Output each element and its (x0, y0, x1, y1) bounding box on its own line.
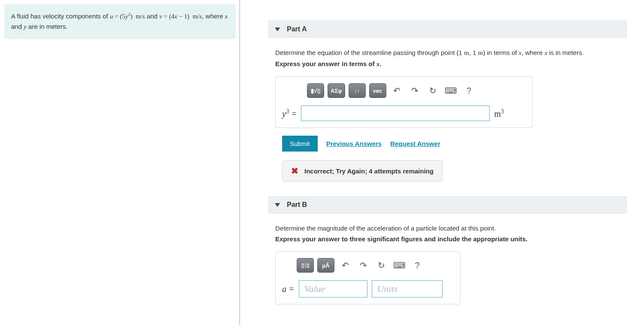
submit-button[interactable]: Submit (282, 136, 318, 152)
units-menu-button[interactable]: μÅ (317, 258, 334, 273)
part-a-answer-input[interactable] (301, 106, 490, 121)
part-b-units-input[interactable]: Units (372, 280, 442, 298)
keyboard-icon[interactable]: ⌨ (444, 84, 458, 97)
part-a-instruction: Determine the equation of the streamline… (275, 49, 626, 57)
reset-icon[interactable]: ↻ (426, 84, 440, 97)
keyboard-icon[interactable]: ⌨ (392, 259, 406, 272)
part-b-toolbar: ▯▯ μÅ ↶ ↷ ↻ ⌨ ? (297, 258, 454, 273)
chevron-down-icon (275, 203, 280, 207)
request-answer-link[interactable]: Request Answer (390, 140, 440, 147)
part-a-answer-panel: ▮√▯ ΑΣφ ↓↑ vec ↶ ↷ ↻ ⌨ ? y3 = m3 (275, 76, 533, 128)
part-a-unit: m3 (494, 108, 504, 119)
feedback-box: ✖ Incorrect; Try Again; 4 attempts remai… (282, 160, 442, 182)
help-icon[interactable]: ? (462, 84, 476, 97)
part-a-header[interactable]: Part A (268, 21, 627, 38)
subsup-button[interactable]: ↓↑ (349, 83, 366, 98)
vector-button[interactable]: vec (369, 83, 386, 98)
redo-icon[interactable]: ↷ (356, 259, 370, 272)
part-b-answer-panel: ▯▯ μÅ ↶ ↷ ↻ ⌨ ? a = Value Units (275, 251, 460, 304)
help-icon[interactable]: ? (410, 259, 424, 272)
part-a-title: Part A (287, 25, 307, 33)
part-b-value-input[interactable]: Value (299, 280, 367, 298)
redo-icon[interactable]: ↷ (408, 84, 422, 97)
undo-icon[interactable]: ↶ (390, 84, 404, 97)
undo-icon[interactable]: ↶ (338, 259, 352, 272)
part-b-express: Express your answer to three significant… (275, 235, 626, 243)
part-b-title: Part B (287, 201, 307, 209)
part-a-lhs: y3 = (282, 108, 297, 119)
incorrect-icon: ✖ (291, 166, 298, 176)
part-a-express: Express your answer in terms of x. (275, 60, 626, 68)
question-text: A fluid has velocity components of u = (… (4, 4, 236, 39)
templates-button[interactable]: ▮√▯ (307, 83, 324, 98)
feedback-text: Incorrect; Try Again; 4 attempts remaini… (304, 167, 433, 175)
chevron-down-icon (275, 27, 280, 31)
part-b-instruction: Determine the magnitude of the accelerat… (275, 225, 626, 232)
greek-button[interactable]: ΑΣφ (328, 83, 345, 98)
vertical-divider (239, 0, 240, 325)
part-b-header[interactable]: Part B (268, 196, 627, 213)
frac-button[interactable]: ▯▯ (297, 258, 314, 273)
previous-answers-link[interactable]: Previous Answers (326, 140, 382, 147)
reset-icon[interactable]: ↻ (374, 259, 388, 272)
part-b-lhs: a = (282, 284, 295, 294)
part-a-toolbar: ▮√▯ ΑΣφ ↓↑ vec ↶ ↷ ↻ ⌨ ? (307, 83, 526, 98)
